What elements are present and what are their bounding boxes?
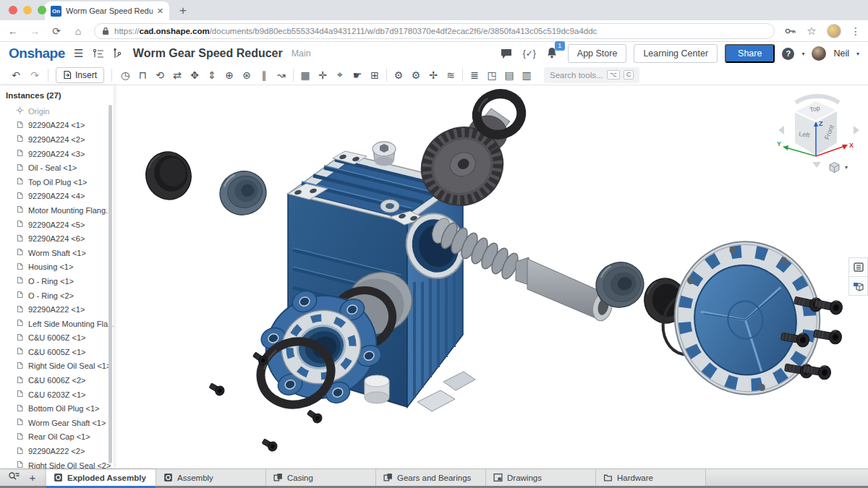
- tab-close-icon[interactable]: ✕: [157, 7, 163, 16]
- notifications-bell[interactable]: 1: [546, 46, 561, 61]
- part-top-oil-plug[interactable]: [373, 142, 396, 166]
- back-icon[interactable]: ←: [7, 25, 19, 37]
- in-context-icon[interactable]: ☛: [349, 69, 366, 81]
- instance-item[interactable]: 92290A222 <2>: [0, 444, 114, 458]
- forward-icon[interactable]: →: [29, 25, 41, 37]
- screw-relation-icon[interactable]: ≋: [442, 69, 459, 81]
- revolute-mate-icon[interactable]: ⟲: [151, 69, 169, 81]
- browser-profile-avatar[interactable]: [827, 24, 841, 38]
- instance-item[interactable]: 92290A224 <2>: [0, 132, 114, 147]
- replicate-icon[interactable]: ⚙: [390, 69, 407, 81]
- cylindrical-mate-icon[interactable]: ⇕: [203, 69, 221, 81]
- instance-item[interactable]: Right Side Oil Seal <1>: [0, 359, 114, 374]
- view-options-button[interactable]: ▾: [828, 161, 848, 174]
- gear-relation-icon[interactable]: ⚙: [407, 69, 425, 81]
- versions-icon[interactable]: [93, 48, 105, 59]
- instance-item[interactable]: Worm Gear Shaft <1>: [0, 416, 114, 430]
- 3d-viewport-canvas[interactable]: [114, 85, 868, 468]
- address-bar[interactable]: https://cad.onshape.com/documents/b9d80e…: [94, 23, 775, 39]
- instance-item[interactable]: 92290A224 <6>: [0, 231, 114, 246]
- search-tools-field[interactable]: Search tools... ⌥ C: [544, 67, 639, 83]
- view-cube[interactable]: Top Left Front Z X Y: [775, 90, 862, 178]
- group-icon[interactable]: ▦: [297, 69, 314, 81]
- window-controls[interactable]: [9, 6, 46, 14]
- user-avatar[interactable]: [812, 46, 826, 61]
- drawing-icon[interactable]: ▤: [501, 69, 518, 81]
- tangent-mate-icon[interactable]: ↝: [273, 69, 290, 81]
- document-title[interactable]: Worm Gear Speed Reducer: [133, 47, 283, 60]
- instance-item[interactable]: O - Ring <2>: [0, 288, 114, 303]
- instance-item[interactable]: 92290A224 <1>: [0, 119, 114, 133]
- user-name[interactable]: Neil: [833, 48, 849, 59]
- redo-icon[interactable]: ↷: [26, 69, 43, 81]
- rack-pinion-icon[interactable]: ✢: [425, 69, 442, 81]
- mate-connector-icon[interactable]: ✛: [314, 69, 331, 81]
- parts-panel-button[interactable]: [848, 276, 868, 296]
- close-window-button[interactable]: [9, 6, 17, 14]
- tab-manager-icon[interactable]: [6, 471, 22, 484]
- instance-item[interactable]: Top Oil Plug <1>: [0, 175, 114, 189]
- exploded-view-icon[interactable]: ◳: [483, 69, 501, 81]
- instance-item[interactable]: Bottom Oil Plug <1>: [0, 401, 114, 416]
- insert-button[interactable]: Insert: [56, 67, 104, 83]
- undo-icon[interactable]: ↶: [7, 69, 25, 81]
- app-store-button[interactable]: App Store: [568, 44, 627, 63]
- instance-item[interactable]: C&U 6203Z <1>: [0, 388, 114, 402]
- parallel-mate-icon[interactable]: ∥: [255, 69, 273, 81]
- main-menu-icon[interactable]: ☰: [72, 47, 85, 60]
- snap-mode-icon[interactable]: ⌖: [331, 69, 349, 81]
- reload-icon[interactable]: ⟳: [51, 25, 62, 37]
- instance-item-origin[interactable]: Origin: [0, 104, 114, 119]
- zoom-window-button[interactable]: [38, 6, 46, 14]
- part-bearing-front[interactable]: [216, 166, 271, 220]
- ball-mate-icon[interactable]: ⊛: [238, 69, 255, 81]
- history-icon[interactable]: ◷: [116, 69, 134, 81]
- home-icon[interactable]: ⌂: [72, 25, 84, 37]
- instance-item[interactable]: 92290A224 <3>: [0, 147, 114, 161]
- document-tab-casing[interactable]: Casing: [266, 469, 376, 486]
- planar-mate-icon[interactable]: ✥: [186, 69, 203, 81]
- comments-icon[interactable]: [500, 48, 513, 59]
- part-oil-seal[interactable]: [140, 147, 197, 205]
- instance-item[interactable]: Right Side Oil Seal <2>: [0, 458, 114, 468]
- document-tab-drawings[interactable]: Drawings: [486, 469, 596, 486]
- document-tab-exploded-assembly[interactable]: Exploded Assembly: [46, 469, 156, 488]
- user-caret-icon[interactable]: ▾: [856, 51, 859, 57]
- add-tab-button[interactable]: +: [25, 471, 41, 484]
- rotate-left-icon[interactable]: [778, 126, 784, 134]
- instance-item[interactable]: C&U 6006Z <2>: [0, 373, 114, 388]
- instance-item[interactable]: Worm Shaft <1>: [0, 246, 114, 260]
- part-bottom-plug[interactable]: [365, 375, 389, 403]
- named-positions-icon[interactable]: ▥: [518, 69, 535, 81]
- part-motor-mounting-flange[interactable]: [660, 228, 834, 408]
- linear-pattern-icon[interactable]: ≣: [466, 69, 483, 81]
- browser-menu-icon[interactable]: ⋮: [851, 25, 861, 37]
- document-tab-hardware[interactable]: Hardware: [596, 469, 706, 486]
- pattern-icon[interactable]: ⊞: [366, 69, 383, 81]
- instance-item[interactable]: Motor Mounting Flang...: [0, 203, 114, 218]
- onshape-logo[interactable]: Onshape: [9, 46, 65, 61]
- instance-item[interactable]: C&U 6005Z <1>: [0, 345, 114, 359]
- instance-item[interactable]: O - Ring <1>: [0, 274, 114, 288]
- instances-scrollbar[interactable]: [109, 105, 112, 463]
- bookmark-star-icon[interactable]: ☆: [806, 25, 817, 38]
- features-panel-button[interactable]: [848, 257, 868, 277]
- workspace-name[interactable]: Main: [292, 48, 311, 59]
- instance-item[interactable]: 92290A222 <1>: [0, 302, 114, 317]
- minimize-window-button[interactable]: [23, 6, 32, 14]
- instance-item[interactable]: Oil - Seal <1>: [0, 160, 114, 175]
- share-button[interactable]: Share: [725, 44, 775, 63]
- instance-item[interactable]: C&U 6006Z <1>: [0, 331, 114, 346]
- fastened-mate-icon[interactable]: ⊓: [134, 69, 151, 81]
- help-caret-icon[interactable]: ▾: [801, 51, 804, 57]
- instance-item[interactable]: Housing <1>: [0, 260, 114, 275]
- new-tab-button[interactable]: +: [179, 4, 187, 18]
- document-tab-assembly[interactable]: Assembly: [156, 469, 266, 486]
- feedback-icon[interactable]: {✓}: [520, 48, 539, 59]
- rotate-right-icon[interactable]: [854, 126, 859, 134]
- slider-mate-icon[interactable]: ⇄: [169, 69, 186, 81]
- document-tab-gears-and-bearings[interactable]: Gears and Bearings: [376, 469, 486, 486]
- rotate-down-icon[interactable]: [812, 162, 821, 168]
- password-key-icon[interactable]: [785, 27, 796, 35]
- browser-tab[interactable]: On Worm Gear Speed Reducer | E ✕: [45, 1, 169, 20]
